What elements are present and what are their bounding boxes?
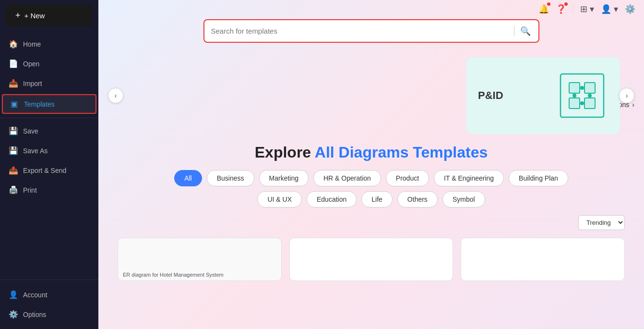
search-divider	[514, 26, 514, 37]
sidebar-item-account[interactable]: 👤 Account	[0, 285, 98, 305]
sidebar-item-print-label: Print	[23, 186, 37, 194]
nav-divider-1	[0, 118, 98, 118]
tag-education[interactable]: Education	[307, 191, 357, 207]
new-button-label: + New	[24, 12, 45, 20]
sidebar-item-home[interactable]: 🏠 Home	[0, 34, 98, 54]
file-icon: 📄	[9, 59, 17, 68]
save-as-icon: 💾	[9, 146, 17, 155]
filter-tags-row2: UI & UX Education Life Others Symbol	[118, 191, 625, 207]
template-card-0[interactable]: ER diagram for Hotel Management System	[118, 238, 282, 281]
sidebar-item-save[interactable]: 💾 Save	[0, 121, 98, 141]
svg-point-10	[580, 101, 584, 105]
tag-hr-operation[interactable]: HR & Operation	[313, 170, 381, 186]
explore-title-highlight: All Diagrams Templates	[315, 144, 488, 161]
explore-title: Explore All Diagrams Templates	[118, 144, 625, 161]
sidebar-item-save-label: Save	[23, 127, 38, 135]
home-icon: 🏠	[9, 39, 17, 49]
tag-it-engineering[interactable]: IT & Engineering	[434, 170, 504, 186]
pid-icon-area	[556, 69, 608, 122]
svg-rect-1	[569, 83, 580, 93]
pid-diagram-icon	[556, 69, 608, 122]
pid-card[interactable]: P&ID	[466, 57, 620, 134]
save-icon: 💾	[9, 126, 17, 135]
sidebar-item-templates-label: Templates	[24, 100, 55, 108]
main-content: 🔔 ❓ ⊞ ▾ 👤 ▾ ⚙️ 🔍 All Collections › ‹ P&I…	[98, 0, 644, 329]
sidebar-item-save-as[interactable]: 💾 Save As	[0, 141, 98, 160]
bell-icon[interactable]: 🔔	[538, 4, 549, 14]
template-card-1[interactable]	[289, 238, 453, 281]
tag-all[interactable]: All	[174, 170, 202, 186]
tag-ui-ux[interactable]: UI & UX	[257, 191, 302, 207]
settings-icon[interactable]: ⚙️	[625, 4, 635, 14]
carousel-next-button[interactable]: ›	[619, 88, 634, 103]
templates-icon: ▣	[10, 99, 18, 109]
tag-life[interactable]: Life	[361, 191, 393, 207]
sidebar-item-open[interactable]: 📄 Open	[0, 54, 98, 73]
tag-building-plan[interactable]: Building Plan	[509, 170, 568, 186]
sidebar-item-options-label: Options	[23, 311, 46, 318]
template-card-2[interactable]	[461, 238, 625, 281]
sidebar-item-save-as-label: Save As	[23, 147, 48, 155]
search-input[interactable]	[211, 22, 509, 40]
sidebar-item-home-label: Home	[23, 40, 41, 48]
tag-business[interactable]: Business	[207, 170, 254, 186]
svg-point-12	[588, 94, 592, 97]
export-icon: 📤	[9, 166, 17, 175]
new-button[interactable]: + + New	[6, 5, 93, 26]
tag-product[interactable]: Product	[386, 170, 429, 186]
template-card-0-label: ER diagram for Hotel Management System	[123, 272, 224, 278]
import-icon: 📥	[9, 79, 17, 88]
svg-rect-3	[569, 98, 580, 109]
sidebar-item-import-label: Import	[23, 80, 42, 87]
tag-others[interactable]: Others	[397, 191, 438, 207]
sort-dropdown[interactable]: Trending Newest Popular	[578, 215, 625, 230]
sort-row: Trending Newest Popular	[98, 212, 644, 232]
sidebar: + + New 🏠 Home 📄 Open 📥 Import ▣ Templat…	[0, 0, 98, 329]
print-icon: 🖨️	[9, 185, 17, 195]
tag-symbol[interactable]: Symbol	[442, 191, 485, 207]
apps-icon[interactable]: ⊞ ▾	[580, 4, 594, 14]
pid-card-label: P&ID	[478, 89, 503, 102]
search-button[interactable]: 🔍	[519, 25, 532, 37]
help-notification-dot	[564, 2, 568, 6]
help-icon[interactable]: ❓	[556, 4, 566, 14]
sidebar-item-options[interactable]: ⚙️ Options	[0, 305, 98, 324]
gear-icon: ⚙️	[9, 310, 17, 319]
account-icon: 👤	[9, 290, 17, 299]
sidebar-item-open-label: Open	[23, 60, 39, 68]
bell-notification-dot	[547, 2, 550, 6]
carousel-area: ‹ P&ID	[98, 52, 644, 139]
topbar-icons: 🔔 ❓ ⊞ ▾ 👤 ▾ ⚙️	[530, 0, 644, 18]
svg-point-9	[580, 86, 584, 90]
svg-rect-4	[584, 98, 595, 109]
svg-rect-0	[561, 74, 604, 117]
sidebar-bottom: 👤 Account ⚙️ Options	[0, 280, 98, 329]
tag-marketing[interactable]: Marketing	[259, 170, 309, 186]
topbar-separator-1	[573, 4, 573, 14]
search-bar: 🔍	[203, 19, 539, 43]
carousel-prev-button[interactable]: ‹	[108, 88, 123, 103]
sidebar-item-export-send-label: Export & Send	[23, 167, 66, 174]
sidebar-item-import[interactable]: 📥 Import	[0, 73, 98, 93]
sidebar-item-export-send[interactable]: 📤 Export & Send	[0, 160, 98, 180]
sidebar-item-templates[interactable]: ▣ Templates	[2, 94, 96, 114]
sidebar-item-print[interactable]: 🖨️ Print	[0, 180, 98, 200]
user-icon[interactable]: 👤 ▾	[601, 4, 618, 14]
explore-section: Explore All Diagrams Templates All Busin…	[98, 139, 644, 212]
template-cards-row: ER diagram for Hotel Management System	[98, 232, 644, 281]
svg-rect-2	[584, 83, 595, 93]
filter-tags-row1: All Business Marketing HR & Operation Pr…	[118, 170, 625, 186]
sidebar-item-account-label: Account	[23, 291, 48, 299]
svg-point-11	[572, 94, 576, 97]
sidebar-nav: 🏠 Home 📄 Open 📥 Import ▣ Templates 💾 Sav…	[0, 31, 98, 280]
plus-icon: +	[15, 11, 21, 21]
explore-title-plain: Explore	[255, 144, 315, 161]
